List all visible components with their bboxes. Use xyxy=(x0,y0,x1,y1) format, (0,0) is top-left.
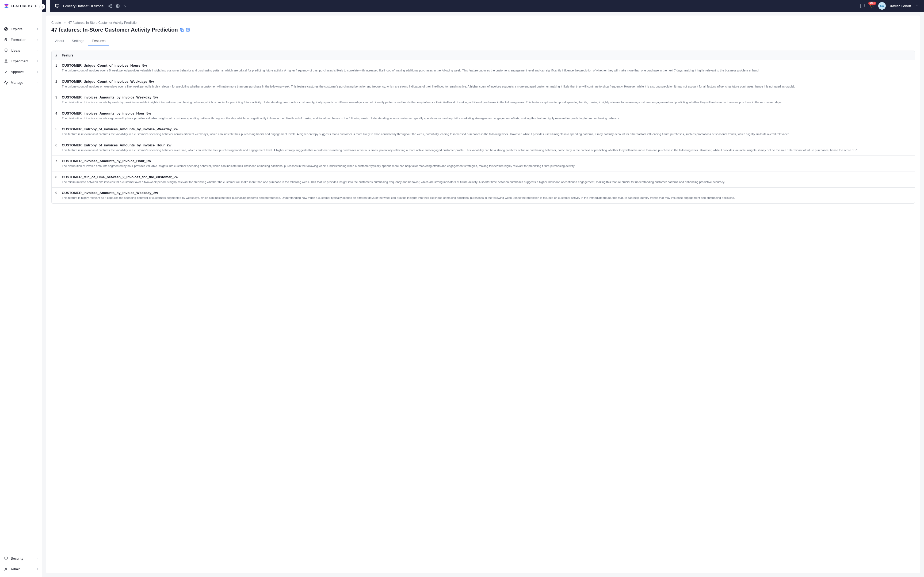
avatar[interactable]: XC xyxy=(878,2,886,10)
sidebar-item-label: Security xyxy=(11,556,23,561)
svg-rect-12 xyxy=(182,29,183,32)
row-num: 5 xyxy=(55,127,62,131)
svg-marker-1 xyxy=(5,28,7,30)
chevron-right-icon: › xyxy=(37,81,38,84)
gear-icon[interactable] xyxy=(116,4,120,8)
tab-features[interactable]: Features xyxy=(88,36,109,46)
table-row[interactable]: 1CUSTOMER_Unique_Count_of_invoices_Hours… xyxy=(51,60,914,76)
row-num: 6 xyxy=(55,143,62,147)
sidebar-item-label: Ideate xyxy=(11,48,20,52)
chevron-right-icon: › xyxy=(37,48,38,52)
project-selector[interactable]: Grocery Dataset UI tutorial xyxy=(50,0,132,12)
breadcrumb-root[interactable]: Create xyxy=(51,21,61,25)
sidebar-item-formulate[interactable]: Formulate › xyxy=(0,34,42,45)
feature-name: CUSTOMER_Entropy_of_invoices_Amounts_by_… xyxy=(62,143,911,147)
table-row[interactable]: 7CUSTOMER_invoices_Amounts_by_invoice_Ho… xyxy=(51,156,914,172)
row-num: 2 xyxy=(55,79,62,84)
check-icon xyxy=(4,69,8,74)
chevron-right-icon: › xyxy=(37,59,38,63)
topbar: Grocery Dataset UI tutorial 999+ xyxy=(42,0,924,12)
sidebar-item-label: Approve xyxy=(11,70,24,74)
compass-icon xyxy=(4,27,8,31)
svg-line-10 xyxy=(109,6,111,7)
feature-desc: The distribution of invoice amounts segm… xyxy=(62,116,911,121)
table-row[interactable]: 6CUSTOMER_Entropy_of_invoices_Amounts_by… xyxy=(51,140,914,156)
user-icon xyxy=(4,567,8,571)
main-panel: Create > 47 features: In-Store Customer … xyxy=(46,16,920,573)
chevron-down-icon[interactable] xyxy=(124,4,127,8)
sidebar-item-manage[interactable]: Manage › xyxy=(0,77,42,88)
tab-settings[interactable]: Settings xyxy=(68,36,88,46)
sidebar-item-explore[interactable]: Explore › xyxy=(0,24,42,34)
svg-point-0 xyxy=(4,27,8,31)
row-num: 4 xyxy=(55,111,62,115)
code-icon[interactable] xyxy=(186,28,190,32)
table-row[interactable]: 3CUSTOMER_invoices_Amounts_by_invoice_We… xyxy=(51,92,914,108)
chevron-right-icon: › xyxy=(37,27,38,31)
monitor-icon xyxy=(55,4,59,8)
feature-name: CUSTOMER_Min_of_Time_between_2_invoices_… xyxy=(62,175,911,179)
bell-icon[interactable]: 999+ xyxy=(869,3,874,8)
sidebar-item-experiment[interactable]: Experiment › xyxy=(0,56,42,66)
chevron-right-icon: › xyxy=(37,556,38,560)
col-header-feature: Feature xyxy=(62,53,911,57)
feature-desc: The minimum time between two invoices fo… xyxy=(62,180,911,184)
sidebar-item-label: Explore xyxy=(11,27,22,31)
feature-table: # Feature 1CUSTOMER_Unique_Count_of_invo… xyxy=(51,51,915,204)
svg-point-6 xyxy=(111,4,112,5)
feature-desc: This feature is relevant as it captures … xyxy=(62,148,911,153)
row-num: 1 xyxy=(55,63,62,68)
table-row[interactable]: 2CUSTOMER_Unique_Count_of_invoices_Weekd… xyxy=(51,76,914,92)
feature-desc: The distribution of invoice amounts by w… xyxy=(62,100,911,105)
hand-icon xyxy=(4,37,8,42)
feature-name: CUSTOMER_Unique_Count_of_invoices_Hours_… xyxy=(62,63,911,68)
chevron-right-icon: › xyxy=(37,70,38,74)
sidebar-item-label: Admin xyxy=(11,567,21,571)
sidebar-item-approve[interactable]: Approve › xyxy=(0,66,42,77)
table-row[interactable]: 4CUSTOMER_invoices_Amounts_by_invoice_Ho… xyxy=(51,108,914,124)
table-row[interactable]: 5CUSTOMER_Entropy_of_invoices_Amounts_by… xyxy=(51,124,914,140)
sidebar-bottom: Security › Admin › xyxy=(0,553,42,577)
sidebar-item-label: Experiment xyxy=(11,59,28,63)
lightbulb-icon xyxy=(4,48,8,52)
sidebar-item-ideate[interactable]: Ideate › xyxy=(0,45,42,56)
svg-rect-3 xyxy=(55,4,59,7)
feature-desc: The distribution of invoice amounts segm… xyxy=(62,164,911,168)
sidebar-collapse-toggle[interactable] xyxy=(39,4,45,10)
row-num: 7 xyxy=(55,159,62,163)
svg-point-2 xyxy=(5,567,7,569)
chevron-down-icon[interactable] xyxy=(916,4,919,8)
table-row[interactable]: 8CUSTOMER_Min_of_Time_between_2_invoices… xyxy=(51,172,914,188)
sidebar-item-admin[interactable]: Admin › xyxy=(0,564,42,574)
sidebar-item-label: Manage xyxy=(11,81,23,85)
share-icon[interactable] xyxy=(108,4,112,8)
tab-about[interactable]: About xyxy=(51,36,68,46)
sidebar-item-label: Formulate xyxy=(11,38,26,42)
feature-name: CUSTOMER_invoices_Amounts_by_invoice_Wee… xyxy=(62,191,911,195)
page-title: 47 features: In-Store Customer Activity … xyxy=(51,27,178,33)
notification-badge: 999+ xyxy=(868,2,876,5)
feature-name: CUSTOMER_Unique_Count_of_invoices_Weekda… xyxy=(62,79,911,84)
copy-icon[interactable] xyxy=(180,28,184,32)
row-num: 3 xyxy=(55,95,62,99)
feature-name: CUSTOMER_Entropy_of_invoices_Amounts_by_… xyxy=(62,127,911,131)
col-header-num: # xyxy=(55,53,62,57)
svg-point-7 xyxy=(109,5,110,6)
flask-icon xyxy=(4,59,8,63)
brand-text: FEATUREBYTE xyxy=(11,4,38,8)
chevron-right-icon: › xyxy=(37,567,38,571)
feature-name: CUSTOMER_invoices_Amounts_by_invoice_Hou… xyxy=(62,111,911,115)
chevron-right-icon: › xyxy=(37,38,38,42)
feature-desc: The unique count of invoices over a 5-we… xyxy=(62,68,911,73)
feature-desc: The unique count of invoices on weekdays… xyxy=(62,84,911,89)
chat-icon[interactable] xyxy=(860,3,865,8)
row-num: 9 xyxy=(55,191,62,195)
tabs: About Settings Features xyxy=(51,36,915,46)
brand-logo[interactable]: FEATUREBYTE xyxy=(0,0,42,12)
sidebar-nav: Explore › Formulate › Ideate xyxy=(0,12,42,553)
table-row[interactable]: 9CUSTOMER_invoices_Amounts_by_invoice_We… xyxy=(51,188,914,203)
sidebar-item-security[interactable]: Security › xyxy=(0,553,42,564)
feature-desc: This feature is highly relevant as it ca… xyxy=(62,196,911,200)
svg-point-11 xyxy=(117,5,119,6)
sidebar: FEATUREBYTE Explore › Form xyxy=(0,0,42,577)
